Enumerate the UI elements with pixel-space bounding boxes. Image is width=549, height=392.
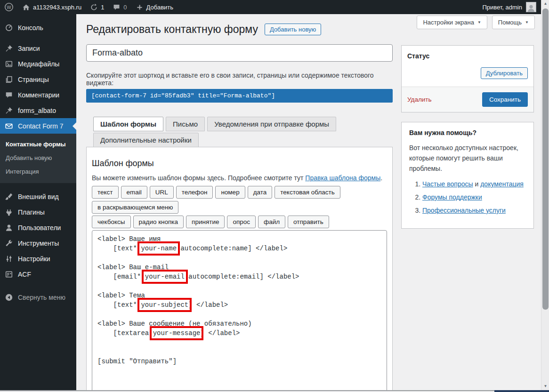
settings-icon xyxy=(4,254,14,264)
code-line: <label> Ваше имя xyxy=(97,234,381,244)
editor-tabs-row-1: Шаблон формы Письмо Уведомления при отпр… xyxy=(93,117,393,131)
sidebar-item-label: Внешний вид xyxy=(18,193,59,200)
sidebar-item-forms-albato[interactable]: forms_albato xyxy=(0,103,76,118)
comment-bubble-icon xyxy=(113,3,121,11)
acf-icon xyxy=(4,270,14,279)
sidebar-item-tools[interactable]: Инструменты xyxy=(0,235,76,251)
page-scrollbar[interactable]: ▲ ▼ xyxy=(541,0,549,392)
add-new-menu[interactable]: Добавить xyxy=(131,0,178,14)
tag-generator-button[interactable]: файл xyxy=(258,216,285,228)
professional-services-link[interactable]: Профессиональные услуги xyxy=(422,207,506,214)
tab-mail[interactable]: Письмо xyxy=(166,117,205,131)
tag-generator-button[interactable]: в раскрывающемся меню xyxy=(92,201,178,214)
docs-link[interactable]: документация xyxy=(480,180,524,188)
delete-link[interactable]: Удалить xyxy=(407,96,432,103)
sidebar-item-acf[interactable]: ACF xyxy=(0,266,76,282)
annotation-red-box: your-email xyxy=(145,273,185,280)
faq-link[interactable]: Частые вопросы xyxy=(422,180,473,188)
tag-generator-button[interactable]: дата xyxy=(248,186,273,199)
tag-generator-button[interactable]: радио кнопка xyxy=(133,216,184,228)
admin-sidebar: Консоль Записи Медиафайлы Страницы Комме… xyxy=(0,14,76,390)
svg-text:W: W xyxy=(7,5,11,10)
tag-generator-button[interactable]: номер xyxy=(215,186,245,199)
wordpress-logo-icon: W xyxy=(4,2,14,12)
admin-content: Редактировать контактную форму Добавить … xyxy=(76,14,541,390)
tag-generator-button[interactable]: URL xyxy=(150,186,174,199)
code-line: <label> Ваше сообщение (не обязательно) xyxy=(97,319,381,328)
submenu-item-add-new[interactable]: Добавить новую xyxy=(0,151,76,165)
sidebar-item-label: Записи xyxy=(18,45,40,52)
code-line: [textarea your-message] </label> xyxy=(97,328,381,338)
sidebar-item-label: forms_albato xyxy=(18,107,56,114)
sidebar-item-label: ACF xyxy=(18,271,31,278)
home-icon xyxy=(22,3,30,11)
sidebar-item-media[interactable]: Медиафайлы xyxy=(0,56,76,72)
shortcode-input[interactable] xyxy=(86,89,393,103)
sidebar-item-users[interactable]: Пользователи xyxy=(0,220,76,235)
add-new-form-button[interactable]: Добавить новую xyxy=(265,24,321,35)
sidebar-item-appearance[interactable]: Внешний вид xyxy=(0,189,76,204)
scrollbar-thumb[interactable] xyxy=(542,8,549,310)
editing-form-template-link[interactable]: Правка шаблона формы xyxy=(305,174,380,182)
wordpress-logo-menu[interactable]: W xyxy=(0,0,18,14)
save-button[interactable]: Сохранить xyxy=(482,92,528,107)
support-forums-link[interactable]: Форумы поддержки xyxy=(422,193,482,201)
tag-generator-button[interactable]: опрос xyxy=(227,216,256,228)
screen-options-button[interactable]: Настройки экрана ▼ xyxy=(417,16,487,29)
greeting-label[interactable]: Привет, admin xyxy=(482,4,522,11)
window-bottom-edge xyxy=(0,390,549,392)
sidebar-item-settings[interactable]: Настройки xyxy=(0,251,76,266)
tag-generator-button[interactable]: текст xyxy=(92,186,119,199)
plug-icon xyxy=(4,208,14,217)
cf7-submenu: Контактные формы Добавить новую Интеграц… xyxy=(0,134,76,183)
updates-icon xyxy=(90,3,98,11)
tag-generator-button[interactable]: принятие xyxy=(186,216,225,228)
sidebar-item-posts[interactable]: Записи xyxy=(0,40,76,56)
tab-form-template[interactable]: Шаблон формы xyxy=(93,117,163,131)
code-line: [text* your-name autocomplete:name] </la… xyxy=(97,244,381,253)
form-title-input[interactable] xyxy=(86,44,393,62)
tag-generator-button[interactable]: email xyxy=(121,186,147,199)
annotation-red-box: your-message xyxy=(153,329,201,337)
chevron-down-icon: ▼ xyxy=(477,20,481,24)
tag-generator-button[interactable]: телефон xyxy=(176,186,213,199)
annotation-red-box: your-name xyxy=(141,245,177,252)
sidebar-item-label: Пользователи xyxy=(18,224,61,232)
code-line xyxy=(97,281,381,291)
help-button[interactable]: Помощь ▼ xyxy=(492,16,535,29)
comments-count: 0 xyxy=(123,4,127,11)
code-line: [submit "Отправить"] xyxy=(97,357,381,366)
tag-generator-button[interactable]: текстовая область xyxy=(274,186,340,199)
sidebar-item-label: Медиафайлы xyxy=(18,60,59,68)
comments-link[interactable]: 0 xyxy=(108,0,131,14)
collapse-menu-button[interactable]: Свернуть меню xyxy=(0,289,76,305)
sidebar-item-label: Свернуть меню xyxy=(18,294,65,301)
editor-tabs-row-2: Дополнительные настройки xyxy=(93,133,393,147)
sidebar-item-plugins[interactable]: Плагины xyxy=(0,204,76,220)
help-panel-title: Вам нужна помощь? xyxy=(409,129,526,136)
scroll-down-arrow-icon[interactable]: ▼ xyxy=(541,383,549,390)
tag-generator-row-1: текст email URL телефон номер дата текст… xyxy=(92,186,387,214)
submenu-item-integration[interactable]: Интеграция xyxy=(0,165,76,178)
form-template-editor[interactable]: <label> Ваше имя [text* your-name autoco… xyxy=(92,230,387,390)
add-new-label: Добавить xyxy=(146,4,173,11)
sidebar-item-dashboard[interactable]: Консоль xyxy=(0,20,76,35)
avatar[interactable] xyxy=(526,2,536,12)
site-name-label: a1132943.xsph.ru xyxy=(33,4,81,11)
sidebar-item-pages[interactable]: Страницы xyxy=(0,72,76,87)
help-panel-body: Вот несколько доступных настроек, которы… xyxy=(409,143,526,174)
tag-generator-button[interactable]: отправить xyxy=(288,216,329,228)
tab-additional-settings[interactable]: Дополнительные настройки xyxy=(93,133,199,147)
tag-generator-button[interactable]: чекбоксы xyxy=(92,216,131,228)
sidebar-item-contact-form-7[interactable]: Contact Form 7 xyxy=(0,118,76,134)
duplicate-button[interactable]: Дублировать xyxy=(481,67,528,79)
site-name-link[interactable]: a1132943.xsph.ru xyxy=(18,0,86,14)
submenu-item-contact-forms[interactable]: Контактные формы xyxy=(0,137,76,151)
updates-link[interactable]: 1 xyxy=(86,0,108,14)
panel-description: Вы можете изменить шаблон формы здесь. П… xyxy=(92,174,387,182)
tab-messages[interactable]: Уведомления при отправке формы xyxy=(207,117,336,131)
sidebar-item-comments[interactable]: Комментарии xyxy=(0,87,76,103)
code-line xyxy=(97,310,381,319)
code-line: [email* your-email autocomplete:email] <… xyxy=(97,272,381,281)
scroll-up-arrow-icon[interactable]: ▲ xyxy=(541,0,549,8)
